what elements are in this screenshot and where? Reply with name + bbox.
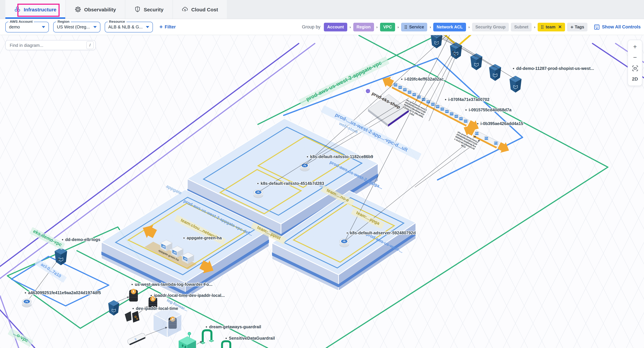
security-shield-icon bbox=[134, 6, 141, 13]
chip-label: Subnet bbox=[514, 24, 528, 29]
tab-label: Security bbox=[144, 6, 164, 12]
chevron-separator: › bbox=[534, 25, 535, 29]
groupby-chip-service[interactable]: Service bbox=[401, 22, 428, 31]
svg-text:i-070f4a71e37a00702: i-070f4a71e37a00702 bbox=[448, 97, 490, 102]
tab-observability[interactable]: Observability bbox=[66, 0, 124, 19]
show-all-controls-button[interactable]: Show All Controls bbox=[594, 24, 641, 29]
lambda-us-west-log-fowarder[interactable]: λ bbox=[129, 289, 138, 302]
elb-k8s-default-railssto-1182ce86b9[interactable] bbox=[300, 163, 310, 171]
resource-label[interactable]: dream-getaways-guardrail bbox=[206, 325, 261, 329]
resource-label[interactable]: dev-ipaddr-local-time bbox=[132, 306, 178, 311]
svg-text:M5: M5 bbox=[460, 117, 462, 119]
add-filter-button[interactable]: + Filter bbox=[160, 23, 176, 30]
chevron-down-icon bbox=[93, 26, 96, 28]
show-controls-icon bbox=[594, 24, 600, 29]
add-tags-button[interactable]: + Tags bbox=[567, 22, 588, 31]
select-value: demo bbox=[9, 24, 20, 29]
svg-text:dd-demo-elb-logs: dd-demo-elb-logs bbox=[65, 237, 100, 242]
resource-label[interactable]: k8s-default-railssto-4514b7d283 bbox=[257, 181, 324, 186]
resource-label[interactable]: dd-demo-elb-logs bbox=[62, 237, 100, 242]
tab-label: Infrastructure bbox=[24, 6, 56, 12]
drag-handle-icon[interactable] bbox=[404, 25, 407, 29]
zoom-in-button[interactable]: + bbox=[630, 42, 640, 51]
infrastructure-diagram: M5M5M5M5M5M5M5M5M5M5M5M5M5M5M5M5M5aM5aM5… bbox=[0, 35, 644, 348]
log-forwarder-group[interactable]: λ bbox=[153, 307, 182, 338]
observability-icon bbox=[74, 6, 81, 13]
svg-text:$: $ bbox=[184, 8, 186, 12]
tab-infrastructure[interactable]: Infrastructure bbox=[5, 0, 65, 19]
svg-text:M5: M5 bbox=[399, 86, 402, 88]
s3-bucket[interactable] bbox=[108, 300, 119, 316]
find-in-diagram-input[interactable]: Find in diagram... / bbox=[5, 40, 96, 50]
groupby-chip-region[interactable]: Region bbox=[353, 22, 374, 31]
zoom-out-button[interactable]: − bbox=[630, 53, 640, 62]
svg-text:M5: M5 bbox=[455, 115, 458, 117]
pipe-node[interactable]: ☰ bbox=[127, 333, 146, 346]
groupby-chip-vpc[interactable]: VPC bbox=[380, 22, 395, 31]
aws-account-select[interactable]: AWS Account demo bbox=[5, 21, 49, 32]
elb-k8s-default-railssto-4514b7d283[interactable] bbox=[254, 190, 263, 198]
groupby-chip-team[interactable]: team✕ bbox=[538, 22, 565, 31]
chip-label: VPC bbox=[383, 24, 392, 29]
resource-label[interactable]: ipaddr-local-time-dev-ipaddr-local... bbox=[150, 293, 225, 298]
svg-text:M5: M5 bbox=[441, 108, 444, 110]
close-icon[interactable]: ✕ bbox=[558, 24, 562, 29]
select-value: US West (Oreg... bbox=[57, 24, 90, 29]
groupby-chip-subnet[interactable]: Subnet bbox=[511, 22, 532, 31]
boundary-label: appgate bbox=[166, 184, 183, 195]
boundary-label: prod-aws-us-west-2-appgate-vpc bbox=[299, 56, 390, 107]
zoom-panel: + − 2D bbox=[628, 40, 642, 86]
resource-label[interactable]: us-west-aws-lambda-log-fowarder-Fo... bbox=[131, 282, 212, 287]
groupby-chip-account[interactable]: Account bbox=[324, 22, 347, 31]
svg-text:dd-demo-11287-prod-shopist-us-: dd-demo-11287-prod-shopist-us-west... bbox=[516, 66, 594, 71]
infrastructure-icon bbox=[14, 6, 21, 13]
s3-bucket[interactable] bbox=[470, 53, 482, 70]
tab-security[interactable]: Security bbox=[125, 0, 172, 19]
svg-text:M5: M5 bbox=[394, 84, 397, 86]
resource-label[interactable]: SensitiveDataGuardrail bbox=[225, 336, 275, 341]
drag-handle-icon[interactable] bbox=[541, 25, 544, 29]
resource-label[interactable]: i-0b395ae426add4a15 bbox=[477, 121, 523, 126]
resource-label[interactable]: appgate-green-ha bbox=[183, 236, 222, 240]
svg-text:dream-getaways-guardrail: dream-getaways-guardrail bbox=[209, 325, 261, 329]
svg-text:M5: M5 bbox=[436, 105, 439, 107]
resource-label[interactable]: a463099251fe411e9aa2a024d1974df5 bbox=[24, 290, 101, 295]
bot-node[interactable] bbox=[179, 332, 196, 348]
connection-line bbox=[440, 35, 494, 67]
svg-text:k8s-default-railssto-4514b7d28: k8s-default-railssto-4514b7d283 bbox=[260, 181, 324, 186]
resource-label[interactable]: dd-demo-11287-prod-shopist-us-west... bbox=[513, 66, 594, 71]
s3-bucket-dd-demo-11287[interactable] bbox=[510, 76, 522, 93]
app-window: Infrastructure Observability Security $ … bbox=[0, 0, 644, 348]
elb-a463099251fe411e9aa2a024d1974df5[interactable] bbox=[22, 299, 32, 307]
config-dev-ipaddr-local-time[interactable]: ⚙⚙ bbox=[125, 311, 140, 323]
resource-label[interactable]: i-020fc4eff632a02ac bbox=[401, 77, 444, 81]
svg-text:M5: M5 bbox=[413, 93, 416, 95]
svg-text:λ: λ bbox=[132, 289, 134, 294]
search-placeholder: Find in diagram... bbox=[10, 43, 43, 48]
show-all-label: Show All Controls bbox=[602, 24, 641, 29]
tab-cloud-cost[interactable]: $ Cloud Cost bbox=[173, 0, 227, 19]
guardrail-dream-getaways[interactable] bbox=[200, 330, 214, 344]
svg-text:us-west-aws-lambda-log-fowarde: us-west-aws-lambda-log-fowarder-Fo... bbox=[135, 282, 212, 287]
fit-to-screen-button[interactable] bbox=[630, 63, 640, 73]
diagram-canvas[interactable]: M5M5M5M5M5M5M5M5M5M5M5M5M5M5M5M5M5aM5aM5… bbox=[0, 35, 644, 348]
groupby-chip-network-acl[interactable]: Network ACL bbox=[433, 22, 466, 31]
s3-bucket[interactable] bbox=[450, 42, 462, 59]
svg-text:a463099251fe411e9aa2a024d1974d: a463099251fe411e9aa2a024d1974df5 bbox=[28, 290, 101, 295]
elb-k8s-default-adserver-592480792d[interactable] bbox=[340, 239, 349, 247]
s3-bucket[interactable] bbox=[489, 64, 501, 81]
2d-toggle-button[interactable]: 2D bbox=[630, 74, 640, 84]
resource-label[interactable]: i-0915755cd40d68d7a bbox=[465, 107, 512, 112]
groupby-chip-security-group[interactable]: Security Group bbox=[472, 22, 509, 31]
resource-label[interactable]: k8s-default-adserver-592480792d bbox=[346, 231, 416, 235]
chip-label: Account bbox=[327, 24, 344, 29]
resource-select[interactable]: Resource ALB & NLB & G... bbox=[104, 21, 153, 32]
guardrail-sensitive-data[interactable] bbox=[220, 341, 232, 348]
resource-label[interactable]: k8s-default-railssto-1182ce86b9 bbox=[306, 154, 373, 159]
region-select[interactable]: Region US West (Oreg... bbox=[53, 21, 100, 32]
s3-bucket-dd-demo-elb-logs[interactable] bbox=[55, 248, 67, 265]
svg-text:appgate: appgate bbox=[166, 184, 183, 195]
top-tab-bar: Infrastructure Observability Security $ … bbox=[0, 0, 644, 19]
svg-text:SensitiveDataGuardrail: SensitiveDataGuardrail bbox=[229, 336, 275, 341]
resource-label[interactable]: i-070f4a71e37a00702 bbox=[445, 97, 490, 102]
